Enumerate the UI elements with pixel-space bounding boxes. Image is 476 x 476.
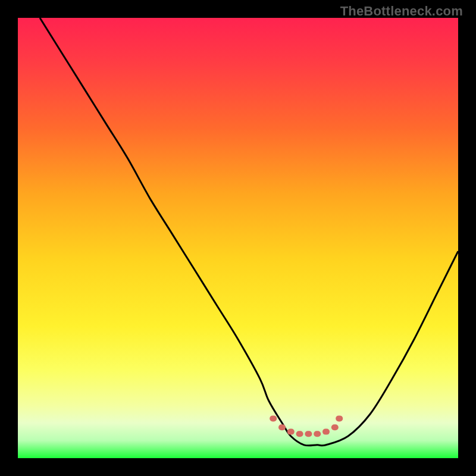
- curve-line: [40, 18, 458, 446]
- bottleneck-marker: [287, 429, 295, 435]
- bottleneck-marker: [314, 431, 321, 437]
- bottleneck-marker: [331, 424, 339, 430]
- bottleneck-marker: [322, 429, 330, 435]
- chart-container: TheBottleneck.com: [0, 0, 476, 476]
- bottleneck-marker: [278, 424, 286, 430]
- bottleneck-marker: [296, 431, 303, 437]
- watermark-text: TheBottleneck.com: [340, 4, 463, 19]
- bottleneck-markers: [270, 415, 343, 437]
- chart-svg: [18, 18, 458, 458]
- bottleneck-marker: [270, 415, 277, 421]
- bottleneck-marker: [336, 415, 343, 421]
- plot-area: [18, 18, 458, 458]
- bottleneck-marker: [305, 431, 312, 437]
